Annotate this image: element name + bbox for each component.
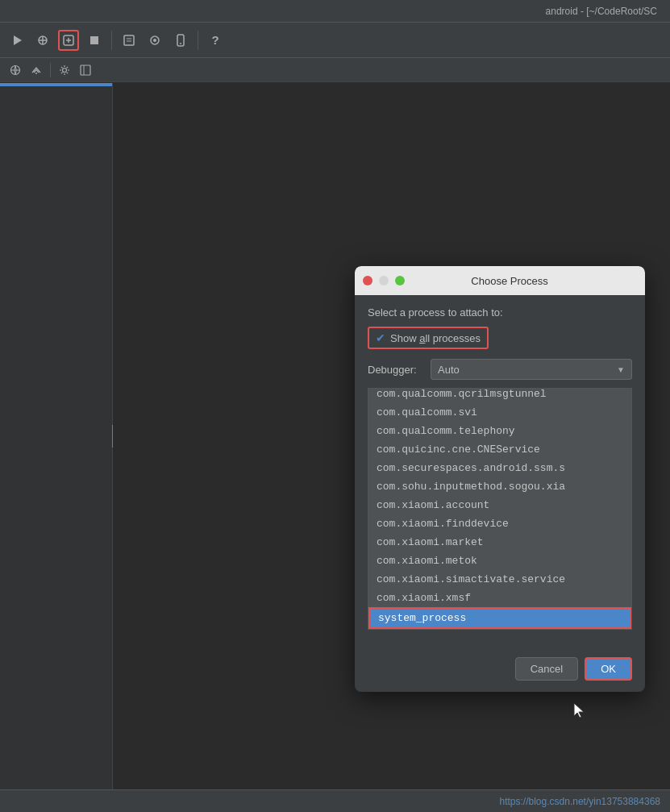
toolbar-separator-2 [198,31,198,50]
ok-button[interactable]: OK [585,657,632,681]
process-list[interactable]: com.miui.whetstonecom.qualcomm.cablcom.q… [368,389,631,629]
process-list-item[interactable]: com.xiaomi.xmsf [368,589,631,607]
secondary-toolbar [0,58,670,82]
attach-icon[interactable] [32,30,53,51]
side-panel: D [0,83,113,789]
process-list-item[interactable]: com.quicinc.cne.CNEService [368,440,631,459]
dialog-body: Select a process to attach to: ✔ Show al… [355,295,645,651]
stop-icon[interactable] [84,30,105,51]
svg-point-17 [35,73,37,74]
process-list-item[interactable]: com.qualcomm.qcrilmsgtunnel [368,389,631,403]
selected-process-item[interactable]: system_process [368,607,631,629]
status-bar: https://blog.csdn.net/yin13753884368 [0,789,670,812]
process-list-item[interactable]: com.xiaomi.finddevice [368,514,631,533]
layout-icon[interactable] [77,61,94,79]
close-button[interactable] [363,276,372,285]
choose-process-dialog: Choose Process Select a process to attac… [355,266,645,692]
checkbox-checked-icon: ✔ [376,331,385,344]
settings-icon[interactable] [56,61,73,79]
minimize-button[interactable] [379,276,389,285]
show-all-processes-label: Show all processes [390,332,481,344]
svg-point-14 [180,43,181,44]
network-icon[interactable] [27,61,45,79]
main-toolbar: ? [0,23,670,58]
process-list-item[interactable]: com.qualcomm.telephony [368,422,631,440]
process-list-item[interactable]: com.xiaomi.market [368,533,631,552]
secondary-separator [50,63,51,77]
debug-attach-icon[interactable] [58,30,79,51]
run-config-icon[interactable] [6,30,27,51]
dialog-subtitle: Select a process to attach to: [368,306,632,319]
debugger-row: Debugger: Auto ▼ [368,359,632,380]
maximize-button[interactable] [395,276,405,285]
process-list-item[interactable]: com.securespaces.android.ssm.s [368,459,631,477]
process-list-item[interactable]: com.xiaomi.metok [368,552,631,570]
process-list-container: com.miui.whetstonecom.qualcomm.cablcom.q… [368,388,632,630]
globe-icon[interactable] [6,61,24,79]
avd-icon[interactable] [170,30,191,51]
debugger-value: Auto [438,364,460,376]
svg-rect-8 [124,35,134,45]
process-list-item[interactable]: com.xiaomi.simactivate.service [368,570,631,589]
title-bar: android - [~/CodeRoot/SC [0,0,670,23]
side-panel-active-bar [0,83,112,86]
debugger-select[interactable]: Auto ▼ [431,359,632,380]
help-icon[interactable]: ? [205,30,226,51]
process-list-item[interactable]: com.xiaomi.account [368,496,631,514]
toolbar-separator-1 [111,31,112,50]
dialog-titlebar: Choose Process [355,266,645,295]
coverage-icon[interactable] [119,30,139,51]
svg-rect-19 [81,65,90,75]
dialog-footer: Cancel OK [355,651,645,692]
sdk-manager-icon[interactable] [144,30,165,51]
title-bar-text: android - [~/CodeRoot/SC [546,6,657,17]
svg-rect-7 [90,36,98,44]
help-label: ? [211,33,218,47]
debugger-label: Debugger: [368,364,424,376]
show-all-processes-row[interactable]: ✔ Show all processes [368,327,489,349]
svg-marker-0 [14,35,22,45]
process-list-item[interactable]: com.qualcomm.svi [368,403,631,422]
svg-point-18 [63,68,67,72]
process-list-item[interactable]: com.sohu.inputmethod.sogou.xia [368,477,631,496]
status-bar-url[interactable]: https://blog.csdn.net/yin13753884368 [500,796,661,807]
dropdown-arrow-icon: ▼ [617,365,625,374]
svg-point-12 [153,39,156,42]
dialog-title: Choose Process [411,275,608,287]
cancel-button[interactable]: Cancel [515,657,578,681]
